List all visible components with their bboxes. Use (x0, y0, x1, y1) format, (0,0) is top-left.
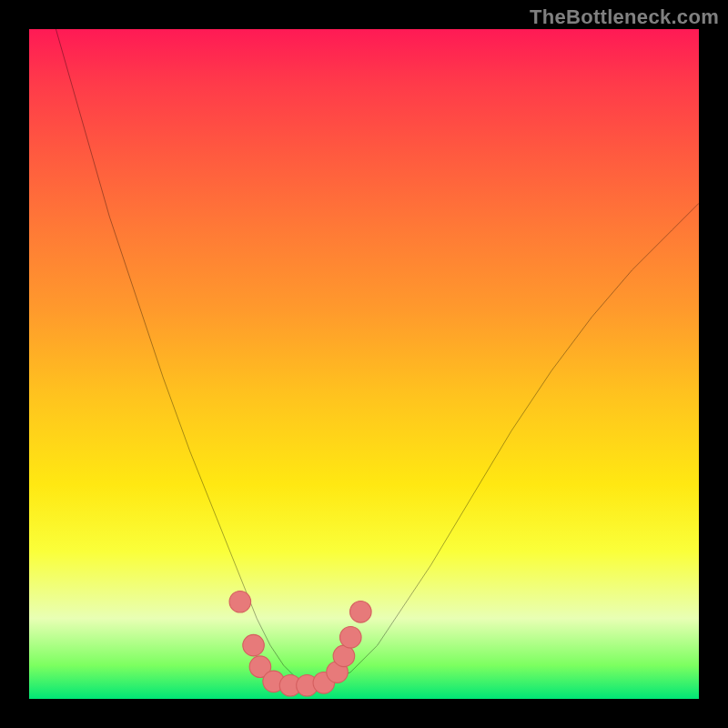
curve-markers (229, 592, 371, 697)
chart-frame: TheBottleneck.com (0, 0, 728, 728)
curve-marker (229, 592, 251, 613)
plot-area (29, 29, 699, 699)
curve-marker (350, 602, 372, 623)
curve-marker (333, 645, 355, 667)
bottleneck-curve (29, 29, 699, 699)
watermark-text: TheBottleneck.com (530, 5, 719, 29)
curve-marker (243, 634, 265, 656)
curve-marker (340, 627, 362, 649)
curve-line (56, 29, 699, 685)
